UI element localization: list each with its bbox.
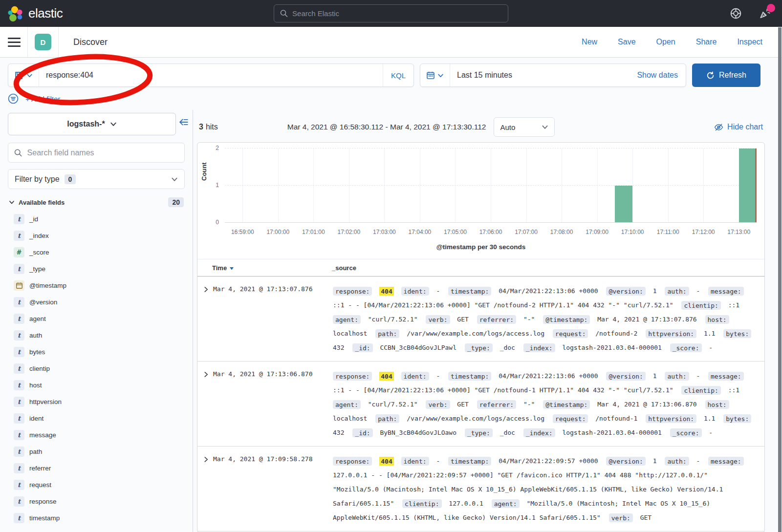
grid-line [349, 149, 349, 222]
highlighted-value: 404 [379, 457, 393, 466]
field-pill: path: [375, 329, 399, 338]
field-item[interactable]: t@version [14, 297, 185, 307]
time-column-header[interactable]: Time [212, 264, 322, 272]
interval-select[interactable]: Auto [494, 117, 555, 137]
x-tick-label: 17:03:00 [364, 229, 405, 235]
histogram-bar[interactable] [615, 186, 632, 223]
help-icon[interactable] [729, 7, 742, 20]
share-button[interactable]: Share [696, 38, 717, 46]
field-search-input[interactable] [27, 149, 178, 157]
field-item[interactable]: tbytes [14, 347, 185, 357]
plot-area[interactable] [225, 149, 757, 223]
field-value: 04/Mar/2021:22:09:57 +0000 [499, 457, 598, 465]
text-field-icon: t [14, 297, 24, 307]
field-item[interactable]: t_index [14, 231, 185, 241]
x-tick-label: 17:04:00 [399, 229, 440, 235]
scrollbar[interactable] [778, 27, 782, 532]
field-pill: clientip: [402, 499, 441, 508]
inspect-button[interactable]: Inspect [737, 38, 762, 46]
available-fields-toggle[interactable]: Available fields 20 [8, 197, 185, 207]
kql-query-input[interactable]: response:404 KQL [8, 64, 414, 87]
field-pill: httpversion: [646, 414, 696, 423]
collapse-sidebar-icon[interactable] [179, 118, 189, 127]
hide-chart-button[interactable]: Hide chart [714, 123, 763, 132]
saved-query-icon [14, 71, 23, 80]
field-pill: @version: [606, 372, 645, 381]
field-item[interactable]: tident [14, 413, 185, 424]
field-pill: clientip: [681, 386, 720, 395]
text-field-icon: t [14, 447, 24, 457]
discover-app-badge[interactable]: D [35, 34, 51, 50]
field-item[interactable]: t_id [14, 214, 185, 224]
field-item[interactable]: @timestamp [14, 280, 185, 291]
x-tick-label: 17:11:00 [648, 229, 689, 235]
top-nav: New Save Open Share Inspect [582, 38, 762, 46]
field-item[interactable]: tmessage [14, 430, 185, 440]
page-title: Discover [73, 37, 108, 47]
expand-row-icon[interactable] [203, 454, 213, 464]
field-item[interactable]: treferrer [14, 463, 185, 473]
field-item[interactable]: tclientip [14, 363, 185, 374]
global-search[interactable] [274, 4, 508, 22]
field-item[interactable]: t_type [14, 264, 185, 274]
filter-by-type-dropdown[interactable]: Filter by type 0 [8, 169, 185, 189]
field-item[interactable]: thost [14, 380, 185, 390]
text-field-icon: t [14, 413, 24, 424]
highlighted-value: 404 [379, 372, 393, 381]
time-range-value[interactable]: Last 15 minutes [450, 71, 629, 80]
refresh-button[interactable]: Refresh [692, 64, 760, 87]
query-language-button[interactable]: KQL [383, 64, 413, 86]
row-timestamp: Mar 4, 2021 @ 17:13:06.870 [213, 369, 323, 378]
field-value: - [696, 372, 700, 380]
expand-row-icon[interactable] [203, 369, 213, 379]
calendar-menu-button[interactable] [420, 64, 450, 86]
field-item[interactable]: tpath [14, 447, 185, 457]
row-timestamp: Mar 4, 2021 @ 17:13:07.876 [213, 284, 323, 293]
field-pill: _index: [523, 343, 555, 352]
field-item[interactable]: tauth [14, 330, 185, 340]
histogram-chart[interactable]: Count 012 16:59:0017:00:0017:01:0017:02:… [197, 143, 764, 259]
time-range-picker[interactable]: Last 15 minutes Show dates [420, 64, 686, 87]
elastic-brand[interactable]: elastic [7, 5, 63, 22]
field-item[interactable]: #_score [14, 247, 185, 257]
query-text[interactable]: response:404 [39, 71, 383, 80]
field-item[interactable]: thttpversion [14, 397, 185, 407]
menu-icon[interactable] [8, 38, 21, 47]
newsfeed-icon[interactable] [759, 7, 771, 20]
save-button[interactable]: Save [618, 38, 635, 46]
y-tick-label: 2 [197, 145, 219, 151]
expand-row-icon[interactable] [203, 284, 213, 294]
global-search-input[interactable] [292, 9, 502, 18]
elastic-logo-icon [7, 5, 23, 22]
field-search[interactable] [8, 143, 185, 163]
x-tick-label: 17:05:00 [434, 229, 476, 235]
add-filter-button[interactable]: + Add filter [25, 95, 60, 103]
field-value: - [709, 429, 713, 436]
show-dates-button[interactable]: Show dates [629, 71, 686, 80]
filter-bar: + Add filter [0, 87, 782, 110]
field-name: _id [29, 215, 38, 223]
field-value: ::1 [728, 301, 739, 309]
saved-queries-button[interactable] [8, 64, 39, 86]
field-value: ::1 [728, 386, 739, 394]
index-pattern-selector[interactable]: logstash-* [8, 113, 176, 135]
open-button[interactable]: Open [656, 38, 675, 46]
field-name: path [29, 448, 42, 455]
field-name: @timestamp [29, 282, 66, 289]
field-name: auth [29, 332, 42, 339]
field-item[interactable]: ttimestamp [14, 513, 185, 523]
new-button[interactable]: New [582, 38, 597, 46]
field-pill: @version: [606, 457, 645, 466]
field-name: ident [29, 415, 43, 422]
field-item[interactable]: tresponse [14, 496, 185, 507]
field-pill: host: [705, 400, 729, 409]
field-item[interactable]: tagent [14, 314, 185, 324]
y-tick-label: 0 [197, 219, 219, 226]
x-tick-label: 17:00:00 [258, 229, 299, 235]
calendar-icon [426, 71, 435, 80]
field-item[interactable]: trequest [14, 480, 185, 490]
text-field-icon: t [14, 397, 24, 407]
field-name: response [29, 498, 57, 505]
filter-menu-icon[interactable] [8, 93, 19, 104]
histogram-bar[interactable] [739, 149, 757, 222]
